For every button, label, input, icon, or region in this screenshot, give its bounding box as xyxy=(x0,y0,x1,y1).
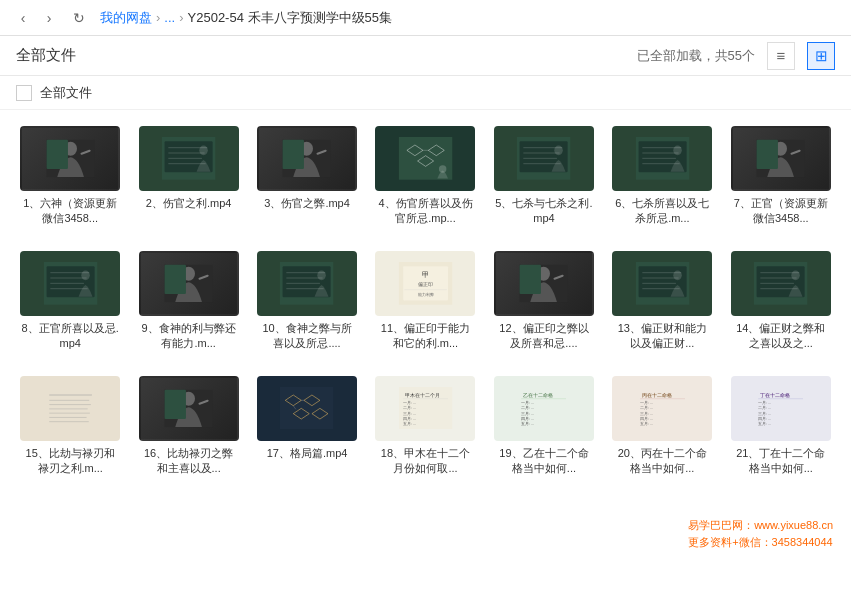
svg-text:甲木在十二个月: 甲木在十二个月 xyxy=(405,391,440,397)
svg-text:五月: ...: 五月: ... xyxy=(522,421,535,426)
svg-text:四月: ...: 四月: ... xyxy=(758,416,771,421)
file-label: 19、乙在十二个命格当中如何... xyxy=(494,446,594,477)
list-view-button[interactable]: ≡ xyxy=(767,42,795,70)
select-all-label: 全部文件 xyxy=(40,84,92,102)
svg-text:二月: ...: 二月: ... xyxy=(758,405,771,410)
file-count: 已全部加载，共55个 xyxy=(637,47,755,65)
svg-text:四月: ...: 四月: ... xyxy=(522,416,535,421)
svg-text:四月: ...: 四月: ... xyxy=(403,416,416,421)
svg-point-81 xyxy=(791,270,800,280)
file-grid: 1、六神（资源更新微信3458... 2、伤官之利.mp4 xyxy=(16,122,835,480)
file-item[interactable]: 乙在十二命格 一月: ... 二月: ... 三月: ... 四月: ... 五… xyxy=(490,372,598,481)
svg-text:三月: ...: 三月: ... xyxy=(758,410,771,415)
breadcrumb-ellipsis[interactable]: ... xyxy=(164,10,175,25)
file-item[interactable]: 甲木在十二个月 一月: ... 二月: ... 三月: ... 四月: ... … xyxy=(371,372,479,481)
svg-text:二月: ...: 二月: ... xyxy=(522,405,535,410)
svg-text:三月: ...: 三月: ... xyxy=(522,410,535,415)
svg-text:五月: ...: 五月: ... xyxy=(758,421,771,426)
toolbar: 全部文件 已全部加载，共55个 ≡ ⊞ xyxy=(0,36,851,76)
file-label: 15、比劫与禄刃和禄刃之利.m... xyxy=(20,446,120,477)
file-item[interactable]: 12、偏正印之弊以及所喜和忌.... xyxy=(490,247,598,356)
svg-text:丙在十二命格: 丙在十二命格 xyxy=(642,391,672,397)
file-label: 1、六神（资源更新微信3458... xyxy=(20,196,120,227)
select-all-checkbox[interactable] xyxy=(16,85,32,101)
file-item[interactable]: 14、偏正财之弊和之喜以及之... xyxy=(727,247,835,356)
file-item[interactable]: 7、正官（资源更新微信3458... xyxy=(727,122,835,231)
svg-text:三月: ...: 三月: ... xyxy=(640,410,653,415)
svg-point-57 xyxy=(318,270,327,280)
file-item[interactable]: 10、食神之弊与所喜以及所忌.... xyxy=(253,247,361,356)
svg-rect-3 xyxy=(46,140,67,169)
toolbar-title: 全部文件 xyxy=(16,46,76,65)
file-label: 21、丁在十二个命格当中如何... xyxy=(731,446,831,477)
file-item[interactable]: 3、伤官之弊.mp4 xyxy=(253,122,361,231)
svg-rect-14 xyxy=(283,140,304,169)
refresh-button[interactable]: ↻ xyxy=(68,7,90,29)
file-label: 11、偏正印于能力和它的利.m... xyxy=(375,321,475,352)
file-label: 10、食神之弊与所喜以及所忌.... xyxy=(257,321,357,352)
file-item[interactable]: 2、伤官之利.mp4 xyxy=(134,122,242,231)
svg-rect-93 xyxy=(165,389,186,418)
file-item[interactable]: 16、比劫禄刃之弊和主喜以及... xyxy=(134,372,242,481)
breadcrumb-current: Y2502-54 禾丰八字预测学中级55集 xyxy=(188,9,392,27)
file-item[interactable]: 6、七杀所喜以及七杀所忌.m... xyxy=(608,122,716,231)
svg-text:一月: ...: 一月: ... xyxy=(640,400,653,405)
file-item[interactable]: 5、七杀与七杀之利.mp4 xyxy=(490,122,598,231)
watermark: 易学巴巴网：www.yixue88.cn 更多资料+微信：3458344044 xyxy=(680,513,841,554)
file-item[interactable]: 8、正官所喜以及忌.mp4 xyxy=(16,247,124,356)
file-label: 2、伤官之利.mp4 xyxy=(139,196,239,211)
svg-rect-50 xyxy=(165,265,186,294)
file-item[interactable]: 15、比劫与禄刃和禄刃之利.m... xyxy=(16,372,124,481)
svg-point-46 xyxy=(81,270,90,280)
file-label: 5、七杀与七杀之利.mp4 xyxy=(494,196,594,227)
forward-button[interactable]: › xyxy=(38,7,60,29)
grid-view-button[interactable]: ⊞ xyxy=(807,42,835,70)
top-bar: ‹ › ↻ 我的网盘 › ... › Y2502-54 禾丰八字预测学中级55集 xyxy=(0,0,851,36)
file-label: 14、偏正财之弊和之喜以及之... xyxy=(731,321,831,352)
nav-buttons: ‹ › xyxy=(12,7,60,29)
file-label: 13、偏正财和能力以及偏正财... xyxy=(612,321,712,352)
svg-text:甲: 甲 xyxy=(422,270,429,279)
file-item[interactable]: 甲 偏正印 能力利弊 11、偏正印于能力和它的利.m... xyxy=(371,247,479,356)
svg-rect-39 xyxy=(757,140,778,169)
file-item[interactable]: 9、食神的利与弊还有能力.m... xyxy=(134,247,242,356)
select-all-row: 全部文件 xyxy=(0,76,851,110)
file-label: 12、偏正印之弊以及所喜和忌.... xyxy=(494,321,594,352)
file-item[interactable]: 1、六神（资源更新微信3458... xyxy=(16,122,124,231)
svg-point-74 xyxy=(673,270,682,280)
svg-text:一月: ...: 一月: ... xyxy=(522,400,535,405)
file-item[interactable]: 丙在十二命格 一月: ... 二月: ... 三月: ... 四月: ... 五… xyxy=(608,372,716,481)
svg-rect-67 xyxy=(520,265,541,294)
svg-rect-82 xyxy=(44,387,97,430)
svg-text:偏正印: 偏正印 xyxy=(418,281,433,287)
breadcrumb-home[interactable]: 我的网盘 xyxy=(100,9,152,27)
breadcrumb-sep1: › xyxy=(156,10,160,25)
svg-rect-94 xyxy=(280,387,333,430)
back-button[interactable]: ‹ xyxy=(12,7,34,29)
watermark-line1: 易学巴巴网：www.yixue88.cn xyxy=(688,517,833,534)
svg-text:一月: ...: 一月: ... xyxy=(403,400,416,405)
file-item[interactable]: 丁在十二命格 一月: ... 二月: ... 三月: ... 四月: ... 五… xyxy=(727,372,835,481)
svg-text:三月: ...: 三月: ... xyxy=(403,410,416,415)
svg-point-10 xyxy=(199,146,208,156)
breadcrumb-sep2: › xyxy=(179,10,183,25)
file-label: 6、七杀所喜以及七杀所忌.m... xyxy=(612,196,712,227)
svg-text:五月: ...: 五月: ... xyxy=(640,421,653,426)
file-label: 7、正官（资源更新微信3458... xyxy=(731,196,831,227)
svg-text:能力利弊: 能力利弊 xyxy=(417,292,433,297)
file-label: 16、比劫禄刃之弊和主喜以及... xyxy=(139,446,239,477)
file-label: 20、丙在十二个命格当中如何... xyxy=(612,446,712,477)
file-label: 17、格局篇.mp4 xyxy=(257,446,357,461)
file-label: 9、食神的利与弊还有能力.m... xyxy=(139,321,239,352)
svg-text:二月: ...: 二月: ... xyxy=(640,405,653,410)
file-label: 3、伤官之弊.mp4 xyxy=(257,196,357,211)
file-item[interactable]: 17、格局篇.mp4 xyxy=(253,372,361,481)
svg-text:四月: ...: 四月: ... xyxy=(640,416,653,421)
svg-text:一月: ...: 一月: ... xyxy=(758,400,771,405)
file-item[interactable]: 4、伤官所喜以及伤官所忌.mp... xyxy=(371,122,479,231)
file-item[interactable]: 13、偏正财和能力以及偏正财... xyxy=(608,247,716,356)
grid-area: 1、六神（资源更新微信3458... 2、伤官之利.mp4 xyxy=(0,110,851,594)
svg-text:乙在十二命格: 乙在十二命格 xyxy=(524,391,554,397)
svg-text:二月: ...: 二月: ... xyxy=(403,405,416,410)
watermark-line2: 更多资料+微信：3458344044 xyxy=(688,534,833,551)
